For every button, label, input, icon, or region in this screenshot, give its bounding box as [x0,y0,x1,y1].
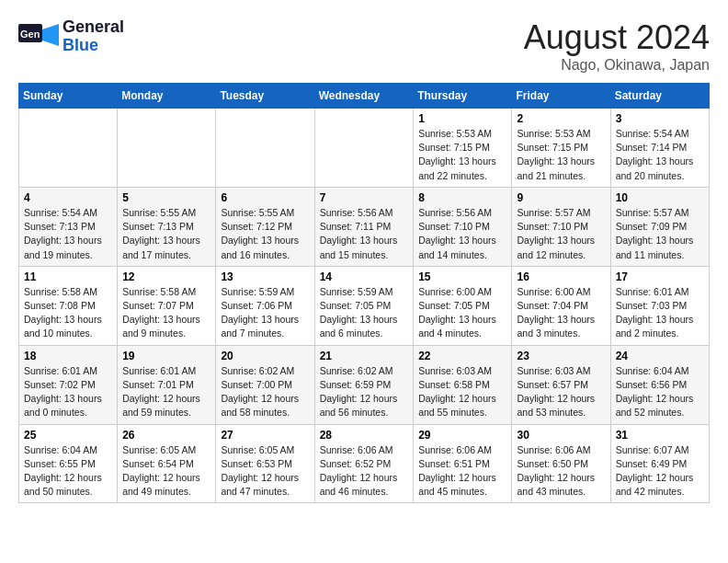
calendar-cell: 26Sunrise: 6:05 AM Sunset: 6:54 PM Dayli… [118,424,216,503]
day-info: Sunrise: 6:05 AM Sunset: 6:54 PM Dayligh… [122,443,210,500]
day-header-saturday: Saturday [610,84,709,109]
calendar-cell: 25Sunrise: 6:04 AM Sunset: 6:55 PM Dayli… [19,424,118,503]
calendar-cell [118,109,216,188]
day-header-thursday: Thursday [414,84,512,109]
day-info: Sunrise: 5:59 AM Sunset: 7:06 PM Dayligh… [221,285,309,341]
day-number: 30 [517,429,605,442]
day-info: Sunrise: 6:06 AM Sunset: 6:52 PM Dayligh… [320,443,409,500]
day-number: 3 [616,112,704,125]
calendar-week-5: 25Sunrise: 6:04 AM Sunset: 6:55 PM Dayli… [19,424,710,503]
day-header-monday: Monday [118,84,216,109]
calendar-cell: 10Sunrise: 5:57 AM Sunset: 7:09 PM Dayli… [610,187,709,266]
day-info: Sunrise: 5:54 AM Sunset: 7:14 PM Dayligh… [616,127,704,183]
page-header: Gen General Blue August 2024 Nago, Okina… [18,18,710,74]
day-number: 21 [320,350,409,362]
day-number: 2 [517,112,605,125]
calendar-cell: 15Sunrise: 6:00 AM Sunset: 7:05 PM Dayli… [414,266,512,345]
day-info: Sunrise: 5:56 AM Sunset: 7:10 PM Dayligh… [418,206,506,262]
day-info: Sunrise: 6:00 AM Sunset: 7:04 PM Dayligh… [517,285,605,341]
day-number: 13 [221,270,309,283]
day-number: 12 [122,270,210,283]
calendar-cell: 21Sunrise: 6:02 AM Sunset: 6:59 PM Dayli… [314,345,414,424]
day-number: 15 [418,270,506,283]
day-header-sunday: Sunday [19,84,118,109]
day-info: Sunrise: 5:59 AM Sunset: 7:05 PM Dayligh… [320,285,409,341]
logo-blue-text: Blue [63,37,124,55]
day-number: 31 [616,429,704,442]
day-info: Sunrise: 6:00 AM Sunset: 7:05 PM Dayligh… [418,285,506,341]
day-info: Sunrise: 5:57 AM Sunset: 7:10 PM Dayligh… [517,206,605,262]
calendar-cell: 18Sunrise: 6:01 AM Sunset: 7:02 PM Dayli… [19,345,118,424]
day-info: Sunrise: 6:01 AM Sunset: 7:03 PM Dayligh… [616,285,704,341]
day-number: 29 [418,429,506,442]
day-number: 24 [616,350,704,362]
day-header-friday: Friday [512,84,610,109]
day-number: 1 [418,112,506,125]
day-number: 27 [221,429,309,442]
calendar-cell: 31Sunrise: 6:07 AM Sunset: 6:49 PM Dayli… [610,424,709,503]
calendar-cell [314,109,414,188]
day-number: 26 [122,429,210,442]
day-info: Sunrise: 6:04 AM Sunset: 6:55 PM Dayligh… [24,443,112,500]
day-number: 20 [221,350,309,362]
month-title: August 2024 [524,18,710,57]
day-info: Sunrise: 5:57 AM Sunset: 7:09 PM Dayligh… [616,206,704,262]
calendar-week-4: 18Sunrise: 6:01 AM Sunset: 7:02 PM Dayli… [19,345,710,424]
day-info: Sunrise: 6:04 AM Sunset: 6:56 PM Dayligh… [616,364,704,420]
day-number: 10 [616,191,704,204]
day-info: Sunrise: 6:05 AM Sunset: 6:53 PM Dayligh… [221,443,309,500]
day-info: Sunrise: 5:56 AM Sunset: 7:11 PM Dayligh… [320,206,409,262]
calendar-cell: 13Sunrise: 5:59 AM Sunset: 7:06 PM Dayli… [216,266,314,345]
location: Nago, Okinawa, Japan [524,57,710,74]
day-number: 5 [122,191,210,204]
calendar-cell: 24Sunrise: 6:04 AM Sunset: 6:56 PM Dayli… [610,345,709,424]
day-number: 6 [221,191,309,204]
day-info: Sunrise: 6:03 AM Sunset: 6:58 PM Dayligh… [418,364,506,420]
calendar-cell: 22Sunrise: 6:03 AM Sunset: 6:58 PM Dayli… [414,345,512,424]
calendar-cell: 7Sunrise: 5:56 AM Sunset: 7:11 PM Daylig… [314,187,414,266]
day-info: Sunrise: 5:53 AM Sunset: 7:15 PM Dayligh… [517,127,605,183]
day-info: Sunrise: 5:55 AM Sunset: 7:13 PM Dayligh… [122,206,210,262]
day-info: Sunrise: 5:58 AM Sunset: 7:07 PM Dayligh… [122,285,210,341]
calendar-cell: 12Sunrise: 5:58 AM Sunset: 7:07 PM Dayli… [118,266,216,345]
calendar-week-2: 4Sunrise: 5:54 AM Sunset: 7:13 PM Daylig… [19,187,710,266]
day-info: Sunrise: 6:06 AM Sunset: 6:51 PM Dayligh… [418,443,506,500]
day-info: Sunrise: 6:01 AM Sunset: 7:01 PM Dayligh… [122,364,210,420]
calendar-cell: 17Sunrise: 6:01 AM Sunset: 7:03 PM Dayli… [610,266,709,345]
day-info: Sunrise: 5:54 AM Sunset: 7:13 PM Dayligh… [24,206,112,262]
logo-general-text: General [63,18,124,37]
calendar-header-row: SundayMondayTuesdayWednesdayThursdayFrid… [19,84,710,109]
calendar-cell: 4Sunrise: 5:54 AM Sunset: 7:13 PM Daylig… [19,187,118,266]
calendar-cell [19,109,118,188]
calendar-cell: 6Sunrise: 5:55 AM Sunset: 7:12 PM Daylig… [216,187,314,266]
calendar-cell: 14Sunrise: 5:59 AM Sunset: 7:05 PM Dayli… [314,266,414,345]
day-info: Sunrise: 6:03 AM Sunset: 6:57 PM Dayligh… [517,364,605,420]
calendar-cell: 16Sunrise: 6:00 AM Sunset: 7:04 PM Dayli… [512,266,610,345]
day-number: 8 [418,191,506,204]
day-info: Sunrise: 6:07 AM Sunset: 6:49 PM Dayligh… [616,443,704,500]
day-number: 9 [517,191,605,204]
day-info: Sunrise: 6:02 AM Sunset: 6:59 PM Dayligh… [320,364,409,420]
svg-text:Gen: Gen [20,29,40,40]
calendar-week-1: 1Sunrise: 5:53 AM Sunset: 7:15 PM Daylig… [19,109,710,188]
title-block: August 2024 Nago, Okinawa, Japan [524,18,710,74]
day-number: 11 [24,270,112,283]
logo: Gen General Blue [18,18,124,55]
day-number: 22 [418,350,506,362]
day-number: 25 [24,429,112,442]
calendar-cell: 27Sunrise: 6:05 AM Sunset: 6:53 PM Dayli… [216,424,314,503]
calendar: SundayMondayTuesdayWednesdayThursdayFrid… [18,83,710,503]
day-number: 4 [24,191,112,204]
calendar-cell: 2Sunrise: 5:53 AM Sunset: 7:15 PM Daylig… [512,109,610,188]
calendar-cell: 30Sunrise: 6:06 AM Sunset: 6:50 PM Dayli… [512,424,610,503]
calendar-cell [216,109,314,188]
day-number: 28 [320,429,409,442]
day-number: 23 [517,350,605,362]
day-number: 18 [24,350,112,362]
calendar-cell: 1Sunrise: 5:53 AM Sunset: 7:15 PM Daylig… [414,109,512,188]
calendar-week-3: 11Sunrise: 5:58 AM Sunset: 7:08 PM Dayli… [19,266,710,345]
day-number: 14 [320,270,409,283]
day-info: Sunrise: 6:06 AM Sunset: 6:50 PM Dayligh… [517,443,605,500]
day-info: Sunrise: 6:02 AM Sunset: 7:00 PM Dayligh… [221,364,309,420]
calendar-cell: 29Sunrise: 6:06 AM Sunset: 6:51 PM Dayli… [414,424,512,503]
